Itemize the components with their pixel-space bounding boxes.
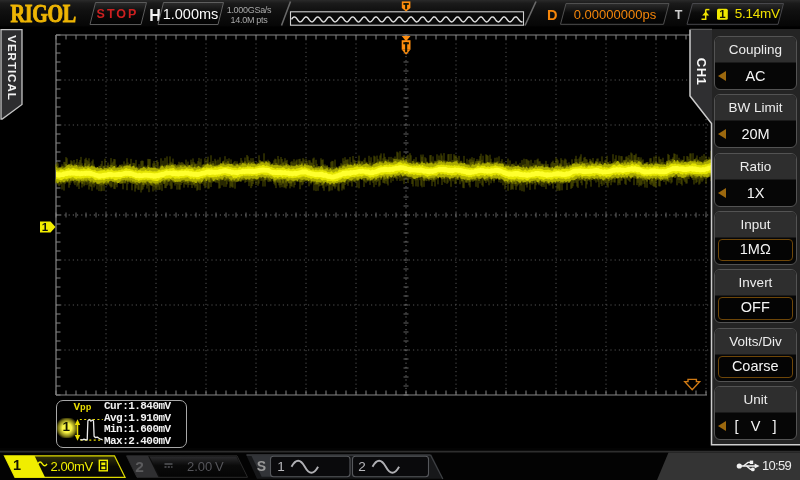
svg-text:5.14mV: 5.14mV [735, 6, 780, 21]
svg-text:1: 1 [719, 8, 726, 20]
svg-text:10:59: 10:59 [762, 458, 792, 473]
svg-text:RIGOL: RIGOL [11, 0, 76, 27]
svg-text:2.00 V: 2.00 V [187, 459, 224, 474]
svg-text:S: S [257, 458, 266, 474]
svg-text:1: 1 [277, 459, 285, 474]
svg-text:1.000GSa/s: 1.000GSa/s [227, 5, 272, 15]
svg-text:CH1: CH1 [694, 58, 709, 86]
svg-text:1: 1 [42, 221, 49, 233]
svg-text:VERTICAL: VERTICAL [6, 35, 18, 101]
svg-text:14.0M pts: 14.0M pts [231, 15, 269, 25]
svg-text:1: 1 [13, 457, 21, 473]
svg-text:T: T [675, 8, 683, 22]
svg-text:2.00mV: 2.00mV [51, 459, 94, 474]
svg-text:D: D [547, 7, 557, 23]
svg-text:0.00000000ps: 0.00000000ps [574, 7, 657, 22]
svg-text:2: 2 [358, 459, 366, 474]
svg-text:STOP: STOP [97, 7, 139, 21]
svg-text:2: 2 [135, 458, 144, 475]
svg-text:1.000ms: 1.000ms [163, 6, 219, 22]
